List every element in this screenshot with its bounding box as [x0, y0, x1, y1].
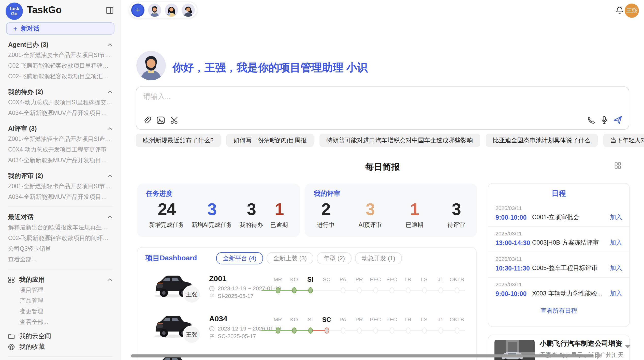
sidebar-collapse-icon[interactable] [106, 7, 113, 14]
suggestion-chip[interactable]: 当下年轻人对汽车外观有怎样的喜好趋势 [603, 134, 644, 147]
schedule-title: 日程 [488, 189, 629, 198]
app-item-change-mgmt[interactable]: 变更管理 [8, 306, 112, 317]
project-dashboard-card: 项目Dashboard 全新平台 (4) 全新上装 (3) 年型 (2) 动总开… [137, 247, 477, 360]
project-name[interactable]: Z001 [209, 274, 226, 283]
sidebar-item-cloud-space[interactable]: 我的云空间 [8, 331, 112, 342]
send-icon[interactable] [613, 116, 622, 124]
task-progress-card: 任务进度 24新增完成任务 3新增AI完成任务 3我的待办 1已逾期 [137, 184, 300, 237]
section-header-my-todo[interactable]: 我的待办 (2) [8, 87, 112, 97]
join-link[interactable]: 加入 [610, 238, 622, 247]
scissors-icon[interactable] [170, 116, 179, 124]
chat-input[interactable] [142, 91, 541, 112]
session-avatar-bar: + [129, 2, 197, 18]
schedule-time: 13:00-14:30 [495, 239, 532, 246]
logo-text-bottom: Go [11, 11, 18, 16]
horizontal-scrollbar[interactable] [131, 354, 594, 357]
stat-in-progress: 2进行中 [317, 199, 334, 229]
tab-new-body[interactable]: 全新上装 (3) [267, 252, 313, 264]
schedule-time: 9:00-10:00 [495, 214, 532, 221]
join-link[interactable]: 加入 [610, 264, 622, 273]
suggestion-chip[interactable]: 特朗普可能对进口汽车增税会对中国车企造成哪些影响 [319, 134, 480, 147]
sidebar-item[interactable]: A034-全新新能源MUV产品开发项目法规符合性评审 [8, 155, 112, 166]
greeting-text: 你好，王强，我是你的项目管理助理 小识 [172, 61, 368, 75]
section-label: 我的应用 [19, 275, 45, 284]
current-milestone-label: SC [318, 316, 335, 323]
avatar[interactable] [165, 3, 178, 17]
avatar[interactable] [182, 3, 195, 17]
sidebar-item-favorites[interactable]: 我的收藏 [8, 342, 112, 352]
tab-new-platform[interactable]: 全新平台 (4) [216, 252, 263, 264]
section-header-my-apps[interactable]: 我的应用 [8, 275, 112, 285]
milestone-chain: MR KO SI SC PA PR PEC FEC LR LS J1 OKTB [270, 316, 465, 337]
sidebar-item[interactable]: Z001-全新燃油皮卡产品开发项目SI节点Lesson Learn报告 [8, 50, 112, 61]
assistant-avatar [136, 51, 166, 80]
app-item-project-mgmt[interactable]: 项目管理 [8, 285, 112, 295]
milestone-chain: MR KO SI SC PA PR PEC FEC LR LS J1 OKTB [270, 276, 465, 296]
app-item-product-mgmt[interactable]: 产品管理 [8, 295, 112, 306]
phone-icon[interactable] [588, 116, 595, 124]
sidebar-item[interactable]: C02-飞腾新能源轻客改款项目里程碑画布 [8, 61, 112, 71]
layout-grid-icon[interactable] [614, 162, 621, 169]
suggestion-chip[interactable]: 如何写一份清晰的项目周报 [226, 134, 314, 147]
sidebar-item[interactable]: C02-飞腾新能源轻客改款项目立项汇报方案 [8, 71, 112, 82]
recent-chat-item[interactable]: 解释最新出台的欧盟报废车法规再生塑料比例被调至15%... [8, 222, 112, 233]
sidebar-item[interactable]: Z001-全新燃油轻卡产品开发项目SI节点属性5D文件评审 [8, 181, 112, 192]
section-header-agent-done[interactable]: Agent已办 (3) [8, 40, 112, 50]
folder-icon [8, 334, 15, 339]
dashboard-tabs: 全新平台 (4) 全新上装 (3) 年型 (2) 动总开发 (1) [216, 252, 402, 264]
user-avatar[interactable]: 王强 [625, 4, 639, 18]
star-icon [8, 344, 15, 350]
sidebar-item[interactable]: C0X4-动力总成开发项目工程变更评审 [8, 144, 112, 155]
tab-powertrain[interactable]: 动总开发 (1) [355, 252, 402, 264]
join-link[interactable]: 加入 [610, 213, 622, 222]
schedule-time: 10:30-11:30 [495, 265, 532, 272]
plus-icon: + [136, 6, 140, 14]
recent-chat-item[interactable]: 公司Q3轻卡销量 [8, 244, 112, 254]
join-link[interactable]: 加入 [610, 289, 622, 298]
sidebar-item[interactable]: A034-全新新能源MUV产品开发项目造型可行性评审 [8, 192, 112, 202]
view-all-schedule-link[interactable]: 查看所有日程 [488, 307, 629, 315]
sidebar-divider [8, 269, 112, 269]
paperclip-icon[interactable] [143, 116, 151, 124]
tab-model-year[interactable]: 年型 (2) [317, 252, 352, 264]
sidebar-item[interactable]: C0X4-动力总成开发项目SI里程碑提交物检查 [8, 97, 112, 108]
my-review-card: 我的评审 2进行中 3AI预评审 1已逾期 3待评审 [305, 184, 477, 237]
section-header-ai-review[interactable]: AI评审 (3) [8, 124, 112, 134]
schedule-name: X003-车辆动力学性能验... [532, 289, 610, 298]
schedule-name: C005-整车工程目标评审 [532, 264, 610, 273]
suggestion-chip[interactable]: 欧洲新规最近颁布了什么? [136, 134, 221, 147]
stat-new-ai-completed: 3新增AI完成任务 [192, 199, 232, 229]
scroll-down-arrow-icon[interactable] [625, 345, 631, 348]
stat-overdue: 1已逾期 [406, 199, 423, 229]
section-header-recent-chats[interactable]: 最近对话 [8, 212, 112, 222]
new-chat-label: 新对话 [21, 24, 39, 33]
section-label: Agent已办 (3) [8, 40, 48, 49]
section-header-my-review[interactable]: 我的评审 (2) [8, 171, 112, 181]
sidebar-divider [8, 356, 112, 357]
bell-icon[interactable] [616, 6, 624, 15]
sidebar-item[interactable]: A034-全新新能源MUV产品开发项目计划变更表编写 [8, 108, 112, 118]
chevron-up-icon [107, 278, 112, 281]
schedule-date: 2025/03/11 [495, 230, 622, 236]
suggestion-chip[interactable]: 比亚迪全固态电池计划具体说了什么 [486, 134, 597, 147]
recent-view-all[interactable]: 查看全部... [8, 254, 112, 265]
project-name[interactable]: A034 [209, 314, 227, 323]
image-icon[interactable] [157, 116, 165, 124]
scroll-right-arrow-icon[interactable] [597, 352, 602, 359]
sidebar-body: Agent已办 (3) Z001-全新燃油皮卡产品开发项目SI节点Lesson … [0, 40, 121, 360]
avatar[interactable] [148, 3, 161, 17]
apps-view-all[interactable]: 查看全部... [8, 317, 112, 327]
microphone-icon[interactable] [601, 116, 607, 124]
add-session-button[interactable]: + [131, 3, 144, 17]
new-chat-button[interactable]: + 新对话 [6, 22, 114, 35]
flag-icon [209, 293, 215, 299]
card-title: 我的评审 [314, 189, 468, 198]
sidebar-item[interactable]: Z001-全新燃油轻卡产品开发项目SI造型提交物评审 [8, 134, 112, 144]
dashboard-title: 项目Dashboard [145, 254, 197, 263]
recent-chat-item[interactable]: C02-飞腾新能源轻客改款项目的闭环通告反馈情况 [8, 233, 112, 244]
stat-pending-review: 3待评审 [447, 199, 465, 229]
section-label: 我的待办 (2) [8, 88, 43, 96]
link-label: 我的云空间 [19, 332, 51, 341]
plus-icon: + [13, 24, 17, 33]
schedule-item: 2025/03/11 13:00-14:30 C003|H0B-方案冻结评审 加… [488, 226, 629, 252]
